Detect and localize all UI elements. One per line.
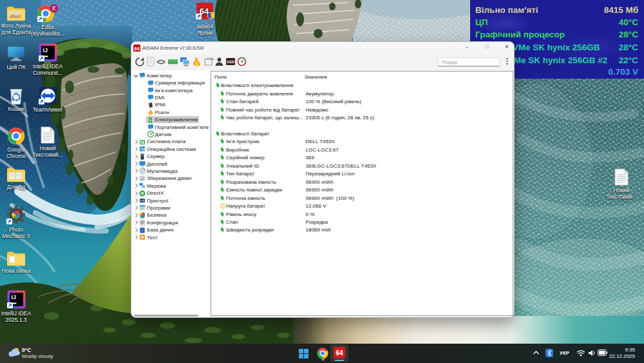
svg-text:E: E xyxy=(52,5,56,12)
svg-text:IJ: IJ xyxy=(43,47,48,54)
svg-text:IJ: IJ xyxy=(11,294,16,300)
svg-text:OSD: OSD xyxy=(227,60,234,64)
svg-text:64: 64 xyxy=(135,46,140,51)
svg-text:64: 64 xyxy=(336,349,343,357)
